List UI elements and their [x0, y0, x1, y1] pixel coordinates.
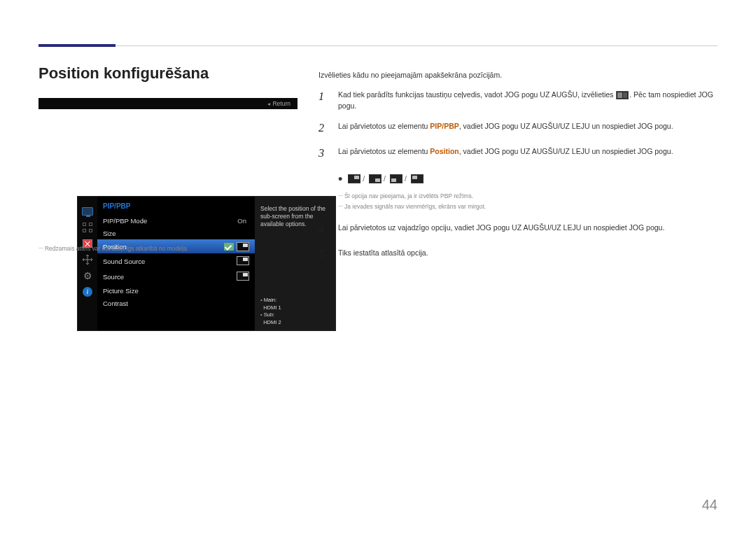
instructions-block: Izvēlieties kādu no pieejamajām apakšekr…: [318, 70, 718, 272]
osd-sidebar: ⚙ i: [78, 197, 97, 330]
check-icon: [224, 243, 234, 251]
osd-label: Picture Size: [103, 287, 249, 295]
osd-value: [237, 272, 249, 282]
osd-label: PIP/PBP Mode: [103, 217, 237, 225]
position-top-right-icon: [237, 242, 249, 251]
osd-main: PIP/PBP PIP/PBP Mode On Size Position S: [97, 197, 335, 330]
position-top-left-icon: [411, 174, 424, 183]
position-bottom-right-icon: [369, 174, 382, 183]
position-top-right-icon: [348, 174, 360, 183]
osd-label: Contrast: [103, 300, 249, 307]
position-bottom-left-icon: [390, 174, 402, 183]
osd-return-bar: Return: [38, 98, 298, 109]
menu-icon: [616, 91, 629, 99]
osd-value: [237, 256, 249, 267]
step-3: 3 Lai pārvietotos uz elementu Position, …: [318, 145, 718, 162]
osd-menu-header: PIP/PBP: [97, 199, 255, 214]
header-rule: [38, 45, 718, 46]
step-4: 4 Lai pārvietotos uz vajadzīgo opciju, v…: [318, 221, 718, 238]
brightness-tab-icon: [81, 206, 94, 216]
image-disclaimer-note: Redzamais attēls var būt atšķirīgs atkar…: [38, 245, 188, 252]
instructions-intro: Izvēlieties kādu no pieejamajām apakšekr…: [318, 70, 718, 81]
page-title: Position konfigurēšana: [38, 64, 209, 83]
osd-row-sound: Sound Source: [97, 253, 255, 269]
osd-source-info: • Main: HDMI 1 • Sub: HDMI 2: [260, 297, 330, 326]
step-text: Lai pārvietotos uz vajadzīgo opciju, vad…: [338, 221, 718, 234]
osd-menu: PIP/PBP PIP/PBP Mode On Size Position S: [97, 197, 255, 330]
step-number: 2: [318, 120, 338, 136]
move-tab-icon: [81, 255, 94, 265]
picture-tab-icon: [81, 223, 94, 232]
position-options: • / / /: [338, 170, 718, 189]
osd-label: Size: [103, 230, 249, 237]
osd-row-source: Source: [97, 269, 255, 284]
step-number: 4: [318, 221, 338, 238]
header-accent: [38, 44, 115, 47]
page-number: 44: [702, 497, 718, 513]
osd-value: [224, 242, 249, 251]
step-2: 2 Lai pārvietotos uz elementu PIP/PBP, v…: [318, 120, 718, 136]
sub-note: Šī opcija nav pieejama, ja ir izvēlēts P…: [338, 192, 718, 201]
step-text: Kad tiek parādīts funkcijas taustiņu ceļ…: [338, 88, 718, 112]
settings-tab-icon: ⚙: [81, 271, 94, 281]
step-number: 1: [318, 88, 338, 105]
osd-row-mode: PIP/PBP Mode On: [97, 214, 255, 227]
osd-container: ⚙ i PIP/PBP PIP/PBP Mode On Size Positio…: [38, 98, 298, 109]
info-tab-icon: i: [81, 287, 94, 297]
osd-panel: ⚙ i PIP/PBP PIP/PBP Mode On Size Positio…: [77, 196, 336, 331]
osd-row-contrast: Contrast: [97, 297, 255, 309]
step-text: Lai pārvietotos uz elementu PIP/PBP, vad…: [338, 120, 718, 132]
step-text: Tiks iestatīta atlasītā opcija.: [338, 246, 718, 259]
position-top-right-icon: [237, 272, 249, 281]
osd-value: On: [237, 217, 249, 225]
osd-label: Sound Source: [103, 258, 237, 265]
position-top-right-icon: [237, 256, 249, 265]
step-1: 1 Kad tiek parādīts funkcijas taustiņu c…: [318, 88, 718, 112]
step-number: 5: [318, 246, 338, 263]
sub-note: Ja ievades signāls nav vienmērīgs, ekrān…: [338, 202, 718, 211]
osd-label: Source: [103, 273, 237, 281]
osd-row-size: Size: [97, 227, 255, 239]
osd-row-picsize: Picture Size: [97, 284, 255, 297]
sub-notes: Šī opcija nav pieejama, ja ir izvēlēts P…: [338, 192, 718, 211]
step-number: 3: [318, 145, 338, 162]
step-5: 5 Tiks iestatīta atlasītā opcija.: [318, 246, 718, 263]
step-text: Lai pārvietotos uz elementu Position, va…: [338, 145, 718, 157]
